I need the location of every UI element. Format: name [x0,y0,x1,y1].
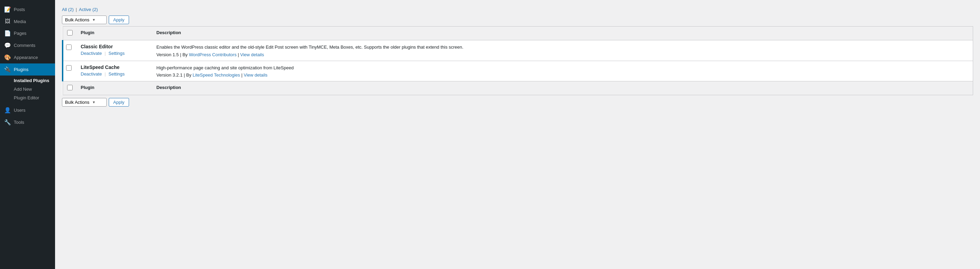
sidebar-item-comments[interactable]: 💬 Comments [0,39,55,51]
bulk-actions-select-bottom[interactable]: Bulk Actions ▼ [62,98,107,107]
deactivate-link-classic-editor[interactable]: Deactivate [81,51,102,56]
footer-plugin-col: Plugin [77,82,153,95]
filter-all[interactable]: All (2) [62,7,74,12]
posts-icon: 📝 [4,6,11,13]
plugin-meta: Version 1.5 | By WordPress Contributors … [157,52,969,57]
header-plugin-col: Plugin [77,27,153,40]
table-header-row: Plugin Description [63,27,973,40]
tools-icon: 🔧 [4,119,11,125]
sidebar-item-plugins[interactable]: 🔌 Plugins [0,64,55,75]
footer-description-col: Description [153,82,973,95]
plugin-checkbox-litespeed-cache[interactable] [66,65,72,71]
plugin-actions: Deactivate|Settings [81,51,148,56]
header-checkbox-col [63,27,77,40]
main-content: All (2) | Active (2) Bulk Actions ▼ Appl… [55,0,980,269]
bulk-actions-select-top[interactable]: Bulk Actions ▼ [62,16,107,24]
chevron-down-icon-top: ▼ [92,18,95,22]
bulk-actions-bar-top: Bulk Actions ▼ Apply [62,16,973,24]
settings-link-litespeed-cache[interactable]: Settings [108,71,124,77]
sidebar-item-posts[interactable]: 📝 Posts [0,3,55,16]
plugin-name-cell: LiteSpeed CacheDeactivate|Settings [77,61,153,82]
author-link-classic-editor[interactable]: WordPress Contributors [189,52,236,57]
comments-icon: 💬 [4,42,11,49]
row-checkbox-cell [63,40,77,61]
plugins-icon: 🔌 [4,66,11,73]
sidebar: 📝 Posts 🖼 Media 📄 Pages 💬 Comments 🎨 App… [0,0,55,269]
bulk-actions-bar-bottom: Bulk Actions ▼ Apply [62,98,973,107]
view-details-link-litespeed-cache[interactable]: View details [243,72,267,78]
row-checkbox-cell [63,61,77,82]
appearance-icon: 🎨 [4,54,11,61]
sidebar-item-appearance[interactable]: 🎨 Appearance [0,51,55,64]
footer-checkbox-col [63,82,77,95]
chevron-down-icon-bottom: ▼ [92,100,95,104]
plugin-checkbox-classic-editor[interactable] [66,45,72,50]
plugin-name-cell: Classic EditorDeactivate|Settings [77,40,153,61]
apply-button-bottom[interactable]: Apply [109,98,129,107]
settings-link-classic-editor[interactable]: Settings [108,51,124,56]
header-description-col: Description [153,27,973,40]
table-row: Classic EditorDeactivate|SettingsEnables… [63,40,973,61]
plugin-name: Classic Editor [81,44,148,49]
plugin-table: Plugin Description Classic EditorDeactiv… [62,26,973,95]
filter-bar: All (2) | Active (2) [62,7,973,12]
plugin-list: Classic EditorDeactivate|SettingsEnables… [63,40,973,82]
submenu-installed-plugins[interactable]: Installed Plugins [0,76,55,85]
filter-separator: | [76,7,77,12]
submenu-add-new[interactable]: Add New [0,85,55,93]
media-icon: 🖼 [4,18,11,24]
select-all-checkbox-top[interactable] [67,30,73,35]
apply-button-top[interactable]: Apply [109,16,129,24]
sidebar-item-users[interactable]: 👤 Users [0,104,55,116]
plugin-name: LiteSpeed Cache [81,64,148,70]
sidebar-item-tools[interactable]: 🔧 Tools [0,116,55,128]
plugins-submenu: Installed Plugins Add New Plugin Editor [0,75,55,104]
action-separator: | [105,71,106,77]
plugin-actions: Deactivate|Settings [81,71,148,77]
plugin-desc-text: High-performance page caching and site o… [157,64,969,71]
filter-active[interactable]: Active (2) [79,7,98,12]
select-all-checkbox-bottom[interactable] [67,85,73,90]
plugin-description-cell: Enables the WordPress classic editor and… [153,40,973,61]
sidebar-item-pages[interactable]: 📄 Pages [0,27,55,39]
view-details-link-classic-editor[interactable]: View details [240,52,264,57]
deactivate-link-litespeed-cache[interactable]: Deactivate [81,71,102,77]
action-separator: | [105,51,106,56]
plugin-desc-text: Enables the WordPress classic editor and… [157,44,969,51]
sidebar-item-media[interactable]: 🖼 Media [0,16,55,27]
users-icon: 👤 [4,107,11,114]
plugin-description-cell: High-performance page caching and site o… [153,61,973,82]
table-footer-row: Plugin Description [63,82,973,95]
author-link-litespeed-cache[interactable]: LiteSpeed Technologies [193,72,240,78]
pages-icon: 📄 [4,30,11,37]
plugin-meta: Version 3.2.1 | By LiteSpeed Technologie… [157,72,969,78]
table-row: LiteSpeed CacheDeactivate|SettingsHigh-p… [63,61,973,82]
submenu-plugin-editor[interactable]: Plugin Editor [0,93,55,102]
